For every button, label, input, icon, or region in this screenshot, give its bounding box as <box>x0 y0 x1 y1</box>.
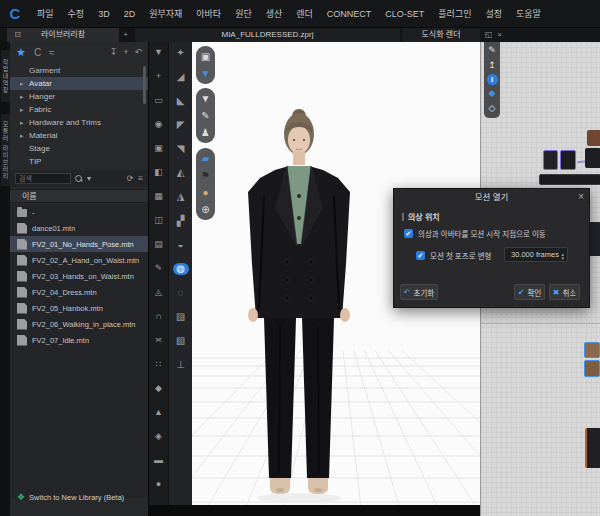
search-options-caret-icon[interactable]: ▾ <box>87 174 91 183</box>
garment-fit-tool[interactable]: ▞ <box>173 215 189 227</box>
tab-library[interactable]: 라이브러리창 <box>7 28 119 42</box>
dock-icon[interactable]: ⊡ <box>12 28 23 42</box>
switch-library-link[interactable]: ❖ Switch to New Library (Beta) <box>10 490 148 504</box>
add-tab-icon[interactable]: + <box>120 28 131 42</box>
file-row[interactable]: FV2_06_Walking_in_place.mtn <box>10 316 148 332</box>
pattern-piece[interactable] <box>585 148 600 168</box>
garment-tool[interactable]: ▲ <box>152 407 166 418</box>
library-tree-item[interactable]: ▸ Avatar <box>10 77 148 90</box>
library-tree-item[interactable]: Garment <box>10 64 148 77</box>
dialog-close-icon[interactable]: × <box>578 189 584 205</box>
dock-2d-icon[interactable]: ◱ <box>483 28 494 42</box>
spin-down-icon[interactable]: ▾ <box>561 256 564 260</box>
pose-tool[interactable]: ✦ <box>173 47 189 59</box>
search-input[interactable] <box>15 173 71 184</box>
globe-view-icon[interactable]: ⊕ <box>198 202 213 217</box>
library-tree-item[interactable]: TIP <box>10 155 148 168</box>
library-tree-item[interactable]: ▸ Hardware and Trims <box>10 116 148 129</box>
tab-modular-library[interactable]: 모듈러 라이브러리 <box>1 114 10 186</box>
avatar-pose-1[interactable]: ◢ <box>173 71 189 83</box>
menu-item[interactable]: 아바타 <box>189 0 228 28</box>
parent-folder-row[interactable]: - <box>10 204 148 220</box>
mesh-toggle[interactable]: ◌ <box>173 287 189 299</box>
reset-button[interactable]: ↶ 초기화 <box>400 284 438 300</box>
back-icon[interactable]: ↶ <box>134 47 142 57</box>
pattern-piece[interactable] <box>585 428 600 468</box>
vest-tool[interactable]: ◆ <box>152 383 166 394</box>
flatten-tool[interactable]: ◫ <box>152 215 166 226</box>
menu-item[interactable]: 원부자재 <box>142 0 189 28</box>
tab-schematic-render[interactable]: 도식화 렌더 <box>402 28 480 42</box>
stack-tool[interactable]: ▦ <box>152 191 166 202</box>
garment-texture-icon[interactable]: ▼ <box>198 66 213 81</box>
pattern-box-toggle[interactable]: ▧ <box>173 335 189 347</box>
menu-item[interactable]: 도움말 <box>509 0 548 28</box>
tack-tool[interactable]: ◬ <box>152 287 166 298</box>
add-icon[interactable]: + <box>123 47 128 57</box>
tab-history-window[interactable]: 작업내역창 <box>1 50 10 102</box>
pin-box-tool[interactable]: ▣ <box>152 143 166 154</box>
measure-tool[interactable]: ▤ <box>152 239 166 250</box>
show-garment-toggle[interactable]: ◒ <box>173 239 189 251</box>
avatar-pose-2[interactable]: ◣ <box>173 95 189 107</box>
menu-item[interactable]: CLO-SET <box>378 0 431 28</box>
close-2d-icon[interactable]: × <box>494 28 505 42</box>
file-row[interactable]: FV2_05_Hanbok.mtn <box>10 300 148 316</box>
move-to-start-checkbox[interactable]: ✔ <box>404 229 413 238</box>
pattern-piece[interactable] <box>584 360 600 377</box>
button-tool[interactable]: ∷ <box>152 359 166 370</box>
file-row[interactable]: FV2_03_Hands_on_Waist.mtn <box>10 268 148 284</box>
import-icon[interactable]: ↧ <box>110 47 118 57</box>
avatar-pose-3[interactable]: ◤ <box>173 119 189 131</box>
pin-stand-toggle[interactable]: ⊥ <box>173 359 189 371</box>
list-view-icon[interactable]: ≡ <box>138 174 143 183</box>
library-tree-item[interactable]: Stage <box>10 142 148 155</box>
first-pose-checkbox[interactable]: ✔ <box>416 251 425 260</box>
transform-tool[interactable]: + <box>152 71 166 82</box>
menu-item[interactable]: 플러그인 <box>431 0 478 28</box>
pattern-piece[interactable] <box>587 130 600 146</box>
info-icon[interactable]: i <box>487 74 498 85</box>
frames-spinner[interactable]: 30.000 frames ▴ ▾ <box>504 247 568 262</box>
pattern-piece[interactable] <box>539 174 600 185</box>
select-move-tool[interactable]: ▼ <box>152 47 166 58</box>
file-row[interactable]: dance01.mtn <box>10 220 148 236</box>
drape-tool[interactable]: ◈ <box>152 431 166 442</box>
search-icon[interactable] <box>75 175 83 183</box>
render-style-icon[interactable]: ▣ <box>198 49 213 64</box>
pattern-piece[interactable] <box>543 150 558 170</box>
menu-item[interactable]: 생산 <box>259 0 290 28</box>
pen-tool-icon[interactable]: ✎ <box>486 44 499 57</box>
pattern-piece[interactable] <box>584 342 600 358</box>
favorites-icon[interactable]: ★ <box>16 46 26 59</box>
refresh-icon[interactable]: ⟳ <box>127 174 134 183</box>
rect-select-tool[interactable]: ▭ <box>152 95 166 106</box>
avatar-pose-4[interactable]: ◥ <box>173 143 189 155</box>
menu-item[interactable]: 3D <box>91 0 117 28</box>
library-tree-item[interactable]: ▸ Material <box>10 129 148 142</box>
shirt-white-icon[interactable]: ◇ <box>486 102 499 115</box>
menu-item[interactable]: 2D <box>117 0 143 28</box>
topstitch-tool[interactable]: ● <box>152 479 166 490</box>
stylus-tool[interactable]: ✎ <box>152 263 166 274</box>
library-tree-item[interactable]: ▸ Hanger <box>10 90 148 103</box>
show-avatar-toggle[interactable]: ◍ <box>173 263 189 275</box>
menu-item[interactable]: 원단 <box>228 0 259 28</box>
curve-tool[interactable]: ∩ <box>152 311 166 322</box>
shirt-up-icon[interactable]: ↥ <box>486 59 499 72</box>
file-row[interactable]: FV2_02_A_Hand_on_Waist.mtn <box>10 252 148 268</box>
menu-item[interactable]: 설정 <box>478 0 509 28</box>
fit-tool[interactable]: ◮ <box>173 191 189 203</box>
pattern-piece[interactable] <box>560 150 576 170</box>
waves-icon[interactable]: ≈ <box>49 47 55 58</box>
fold-arrange-tool[interactable]: ◧ <box>152 167 166 178</box>
brush-icon[interactable]: ✎ <box>198 108 213 123</box>
menu-item[interactable]: 렌더 <box>289 0 320 28</box>
show-avatar-icon[interactable]: ♟ <box>198 125 213 140</box>
file-row[interactable]: FV2_04_Dress.mtn <box>10 284 148 300</box>
library-tree-item[interactable]: ▸ Fabric <box>10 103 148 116</box>
fabric-view-icon[interactable]: ▰ <box>198 151 213 166</box>
flag-view-icon[interactable]: ⚑ <box>198 168 213 183</box>
pin-tool[interactable]: ◉ <box>152 119 166 130</box>
tree-scrollbar[interactable] <box>143 66 146 104</box>
